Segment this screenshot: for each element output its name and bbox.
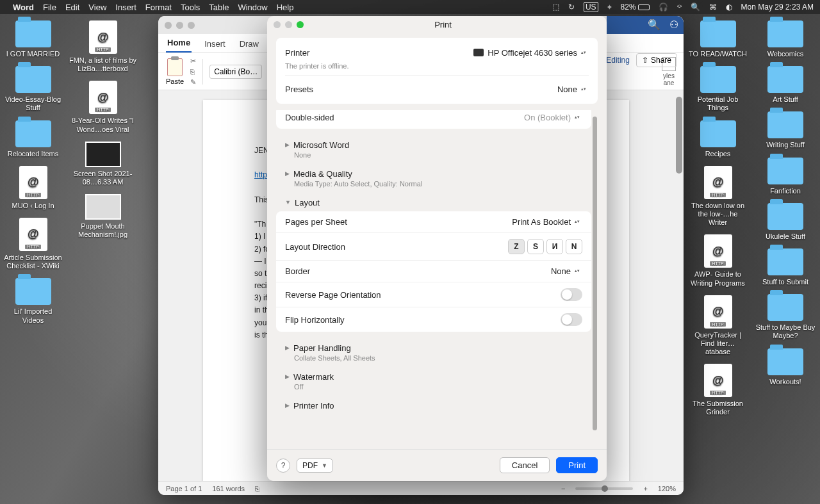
control-center-icon[interactable]: ⌘ xyxy=(709,3,717,12)
font-selector[interactable]: Calibri (Bo… xyxy=(209,65,262,79)
desktop-item[interactable]: Recipes xyxy=(687,119,748,159)
section-msword[interactable]: ▶Microsoft Word None xyxy=(276,135,591,164)
dir-option-3[interactable]: И xyxy=(546,239,563,254)
print-scrollbar[interactable] xyxy=(593,117,597,430)
wifi-icon[interactable]: ⌔ xyxy=(677,3,682,12)
app-name[interactable]: Word xyxy=(13,3,34,12)
desktop-item[interactable]: @HTTPMUO ‹ Log In xyxy=(3,165,63,211)
search-icon[interactable]: 🔍 xyxy=(648,19,660,31)
siri-icon[interactable]: ◐ xyxy=(726,3,732,12)
desktop-item[interactable]: @HTTPQueryTracker | Find liter…atabase xyxy=(687,294,748,358)
border-selector[interactable]: None ▴▾ xyxy=(551,266,582,276)
share-button[interactable]: ⇧ Share xyxy=(636,53,677,67)
window-traffic-lights[interactable] xyxy=(165,22,195,29)
desktop-item[interactable]: Ukulele Stuff xyxy=(753,202,817,242)
desktop-item[interactable]: Stuff to Submit xyxy=(753,247,817,288)
flip-horizontal-toggle[interactable] xyxy=(561,313,582,326)
double-sided-selector[interactable]: On (Booklet) ▴▾ xyxy=(524,113,582,122)
printer-selector[interactable]: HP Officejet 4630 series ▴▾ xyxy=(473,48,589,58)
desktop-item[interactable]: Lil' Imported Videos xyxy=(3,277,63,325)
clock[interactable]: Mon May 29 2:23 AM xyxy=(741,3,814,12)
spellcheck-icon[interactable]: ⎘ xyxy=(255,485,259,492)
desktop-item[interactable]: @HTTPThe Submission Grinder xyxy=(687,362,748,418)
desktop-item[interactable]: @HTTPAWP- Guide to Writing Programs xyxy=(687,233,748,288)
dir-option-2[interactable]: S xyxy=(527,239,544,254)
menu-window[interactable]: Window xyxy=(238,3,267,12)
menu-file[interactable]: File xyxy=(43,3,56,12)
disclosure-right-icon[interactable]: ▶ xyxy=(285,345,290,351)
layout-direction-segment[interactable]: Z S И N xyxy=(508,239,582,254)
dropbox-icon[interactable]: ⬚ xyxy=(552,3,559,12)
headphones-icon[interactable]: 🎧 xyxy=(659,3,668,12)
menu-edit[interactable]: Edit xyxy=(65,3,79,12)
document-scrollbar[interactable] xyxy=(676,97,682,174)
close-icon[interactable] xyxy=(165,22,172,29)
disclosure-right-icon[interactable]: ▶ xyxy=(285,402,290,409)
disclosure-right-icon[interactable]: ▶ xyxy=(285,373,290,380)
format-painter-icon[interactable]: ✎ xyxy=(190,78,196,86)
timemachine-icon[interactable]: ↻ xyxy=(568,3,575,12)
section-media-quality[interactable]: ▶Media & Quality Media Type: Auto Select… xyxy=(276,164,591,193)
section-printer-info[interactable]: ▶Printer Info xyxy=(276,396,591,412)
desktop-item[interactable]: Potential Job Things xyxy=(687,65,748,113)
desktop-item[interactable]: @HTTPThe down low on the low-…he Writer xyxy=(687,165,748,229)
disclosure-right-icon[interactable]: ▶ xyxy=(285,142,290,148)
help-button[interactable]: ? xyxy=(276,459,290,473)
desktop-item[interactable]: Screen Shot 2021-08…6.33 AM xyxy=(66,140,140,188)
desktop-item[interactable]: Art Stuff xyxy=(753,65,817,105)
cut-icon[interactable]: ✂ xyxy=(190,57,196,65)
cancel-button[interactable]: Cancel xyxy=(500,457,550,473)
section-paper-handling[interactable]: ▶Paper Handling Collate Sheets, All Shee… xyxy=(276,338,591,367)
copy-icon[interactable]: ⎘ xyxy=(190,68,196,76)
zoom-slider[interactable] xyxy=(575,487,633,490)
doc-link[interactable]: http xyxy=(254,170,267,179)
desktop-item[interactable]: @HTTPFMN, a list of films by LizBa…tterb… xyxy=(66,19,140,74)
zoom-level[interactable]: 120% xyxy=(658,485,676,492)
menu-format[interactable]: Format xyxy=(145,3,172,12)
desktop-item[interactable]: Stuff to Maybe Buy Maybe? xyxy=(753,293,817,341)
zoom-icon[interactable] xyxy=(188,22,195,29)
menu-view[interactable]: View xyxy=(88,3,106,12)
desktop-item[interactable]: Relocated Items xyxy=(3,119,63,159)
desktop-item[interactable]: Fanfiction xyxy=(753,156,817,197)
desktop-item[interactable]: Workouts! xyxy=(753,347,817,387)
section-layout[interactable]: ▼Layout Pages per Sheet Print As Booklet… xyxy=(276,193,591,332)
menu-insert[interactable]: Insert xyxy=(115,3,136,12)
disclosure-right-icon[interactable]: ▶ xyxy=(285,170,290,177)
close-icon[interactable] xyxy=(274,21,281,28)
disclosure-down-icon[interactable]: ▼ xyxy=(285,199,291,206)
desktop-item[interactable]: TO READ/WATCH xyxy=(687,19,748,60)
dir-option-1[interactable]: Z xyxy=(508,239,525,254)
menu-help[interactable]: Help xyxy=(277,3,294,12)
tab-home[interactable]: Home xyxy=(166,34,192,53)
presets-selector[interactable]: None ▴▾ xyxy=(557,85,589,94)
pdf-dropdown[interactable]: PDF▼ xyxy=(297,459,333,473)
desktop-item[interactable]: Webcomics xyxy=(753,19,817,60)
bluetooth-icon[interactable]: ⌖ xyxy=(607,3,612,12)
section-watermark[interactable]: ▶Watermark Off xyxy=(276,367,591,396)
print-button[interactable]: Print xyxy=(556,457,598,473)
tab-draw[interactable]: Draw xyxy=(238,35,260,53)
desktop-item[interactable]: I GOT MARRIED xyxy=(3,19,63,60)
zoom-in-button[interactable]: + xyxy=(643,485,647,492)
desktop-item[interactable]: Video-Essay-Blog Stuff xyxy=(3,65,63,113)
zoom-out-button[interactable]: − xyxy=(561,485,565,492)
word-count[interactable]: 161 words xyxy=(212,485,245,492)
print-titlebar[interactable]: Print xyxy=(267,16,607,33)
battery-status[interactable]: 82% xyxy=(621,3,650,12)
tab-insert[interactable]: Insert xyxy=(203,35,227,53)
reverse-orientation-toggle[interactable] xyxy=(561,288,582,301)
desktop-item[interactable]: Puppet Mouth Mechanism!.jpg xyxy=(66,193,140,240)
spotlight-icon[interactable]: 🔍 xyxy=(691,3,700,12)
minimize-icon[interactable] xyxy=(176,22,183,29)
page-status[interactable]: Page 1 of 1 xyxy=(166,485,202,492)
menu-tools[interactable]: Tools xyxy=(181,3,200,12)
print-options-scroll[interactable]: Double-sided On (Booklet) ▴▾ ▶Microsoft … xyxy=(276,110,598,449)
dir-option-4[interactable]: N xyxy=(566,239,582,254)
input-region[interactable]: US xyxy=(584,2,598,12)
desktop-item[interactable]: @HTTPArticle Submission Checklist - XWik… xyxy=(3,216,63,272)
pages-per-sheet-selector[interactable]: Print As Booklet ▴▾ xyxy=(512,217,582,227)
paste-button[interactable]: Paste xyxy=(166,58,184,85)
menu-table[interactable]: Table xyxy=(209,3,229,12)
collab-icon[interactable]: ⚇ xyxy=(669,19,678,31)
